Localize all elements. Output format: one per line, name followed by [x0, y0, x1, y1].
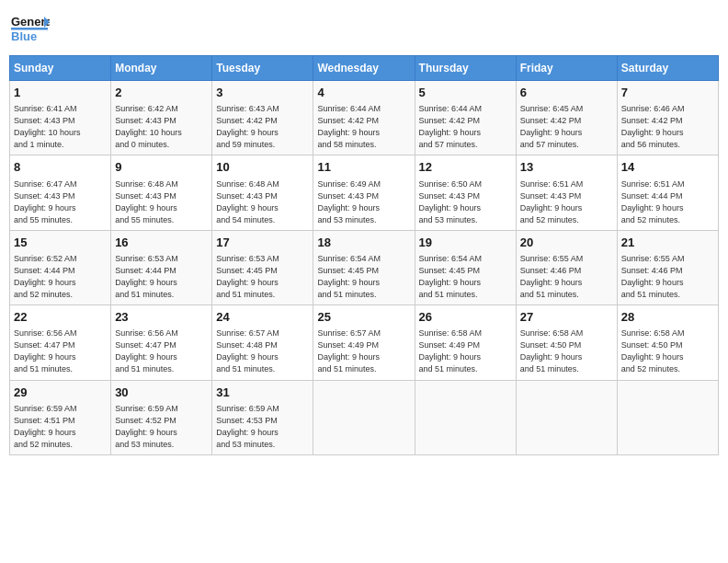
day-info: Sunrise: 6:52 AM Sunset: 4:44 PM Dayligh… — [14, 253, 107, 301]
calendar-day-cell: 6Sunrise: 6:45 AM Sunset: 4:42 PM Daylig… — [516, 81, 617, 155]
page-header: General Blue — [9, 9, 719, 50]
day-number: 6 — [520, 85, 613, 101]
day-info: Sunrise: 6:45 AM Sunset: 4:42 PM Dayligh… — [520, 103, 613, 151]
calendar-day-cell: 24Sunrise: 6:57 AM Sunset: 4:48 PM Dayli… — [212, 305, 313, 380]
day-info: Sunrise: 6:59 AM Sunset: 4:52 PM Dayligh… — [115, 403, 208, 451]
calendar-week-row: 8Sunrise: 6:47 AM Sunset: 4:43 PM Daylig… — [10, 155, 719, 230]
weekday-header: Friday — [516, 56, 617, 81]
day-info: Sunrise: 6:51 AM Sunset: 4:43 PM Dayligh… — [520, 178, 613, 226]
calendar-day-cell — [516, 380, 617, 454]
day-number: 30 — [115, 385, 208, 401]
day-number: 1 — [14, 85, 107, 101]
day-info: Sunrise: 6:48 AM Sunset: 4:43 PM Dayligh… — [216, 178, 309, 226]
day-number: 17 — [216, 235, 309, 251]
day-info: Sunrise: 6:41 AM Sunset: 4:43 PM Dayligh… — [14, 103, 107, 151]
day-info: Sunrise: 6:57 AM Sunset: 4:49 PM Dayligh… — [317, 327, 410, 375]
day-number: 31 — [216, 385, 309, 401]
weekday-header: Monday — [111, 56, 212, 81]
day-info: Sunrise: 6:56 AM Sunset: 4:47 PM Dayligh… — [14, 327, 107, 375]
day-info: Sunrise: 6:58 AM Sunset: 4:49 PM Dayligh… — [419, 327, 512, 375]
day-number: 4 — [317, 85, 410, 101]
day-number: 12 — [419, 159, 512, 176]
day-number: 24 — [216, 309, 309, 326]
day-info: Sunrise: 6:49 AM Sunset: 4:43 PM Dayligh… — [317, 178, 410, 226]
calendar-day-cell: 8Sunrise: 6:47 AM Sunset: 4:43 PM Daylig… — [10, 155, 111, 230]
calendar-week-row: 22Sunrise: 6:56 AM Sunset: 4:47 PM Dayli… — [10, 305, 719, 380]
svg-text:Blue: Blue — [11, 29, 37, 43]
day-number: 10 — [216, 159, 309, 176]
day-number: 29 — [14, 385, 107, 401]
calendar-day-cell: 12Sunrise: 6:50 AM Sunset: 4:43 PM Dayli… — [415, 155, 516, 230]
calendar-week-row: 1Sunrise: 6:41 AM Sunset: 4:43 PM Daylig… — [10, 81, 719, 155]
calendar-day-cell: 31Sunrise: 6:59 AM Sunset: 4:53 PM Dayli… — [212, 380, 313, 454]
day-info: Sunrise: 6:59 AM Sunset: 4:51 PM Dayligh… — [14, 403, 107, 451]
day-info: Sunrise: 6:48 AM Sunset: 4:43 PM Dayligh… — [115, 178, 208, 226]
calendar-day-cell: 30Sunrise: 6:59 AM Sunset: 4:52 PM Dayli… — [111, 380, 212, 454]
day-number: 16 — [115, 235, 208, 251]
calendar-day-cell: 14Sunrise: 6:51 AM Sunset: 4:44 PM Dayli… — [617, 155, 718, 230]
day-number: 11 — [317, 159, 410, 176]
weekday-header: Tuesday — [212, 56, 313, 81]
day-number: 2 — [115, 85, 208, 101]
day-info: Sunrise: 6:58 AM Sunset: 4:50 PM Dayligh… — [520, 327, 613, 375]
day-info: Sunrise: 6:53 AM Sunset: 4:45 PM Dayligh… — [216, 253, 309, 301]
day-info: Sunrise: 6:54 AM Sunset: 4:45 PM Dayligh… — [419, 253, 512, 301]
day-number: 5 — [419, 85, 512, 101]
logo-icon: General Blue — [9, 9, 50, 50]
day-number: 14 — [621, 159, 714, 176]
day-info: Sunrise: 6:43 AM Sunset: 4:42 PM Dayligh… — [216, 103, 309, 151]
day-info: Sunrise: 6:51 AM Sunset: 4:44 PM Dayligh… — [621, 178, 714, 226]
calendar-day-cell: 11Sunrise: 6:49 AM Sunset: 4:43 PM Dayli… — [313, 155, 415, 230]
weekday-header: Sunday — [10, 56, 111, 81]
calendar-day-cell: 9Sunrise: 6:48 AM Sunset: 4:43 PM Daylig… — [111, 155, 212, 230]
day-number: 28 — [621, 309, 714, 326]
calendar-day-cell: 19Sunrise: 6:54 AM Sunset: 4:45 PM Dayli… — [415, 230, 516, 304]
calendar-day-cell: 17Sunrise: 6:53 AM Sunset: 4:45 PM Dayli… — [212, 230, 313, 304]
day-number: 18 — [317, 235, 410, 251]
calendar-day-cell: 20Sunrise: 6:55 AM Sunset: 4:46 PM Dayli… — [516, 230, 617, 304]
calendar-day-cell: 18Sunrise: 6:54 AM Sunset: 4:45 PM Dayli… — [313, 230, 415, 304]
calendar-day-cell: 29Sunrise: 6:59 AM Sunset: 4:51 PM Dayli… — [10, 380, 111, 454]
calendar-day-cell: 13Sunrise: 6:51 AM Sunset: 4:43 PM Dayli… — [516, 155, 617, 230]
calendar-day-cell: 23Sunrise: 6:56 AM Sunset: 4:47 PM Dayli… — [111, 305, 212, 380]
day-info: Sunrise: 6:44 AM Sunset: 4:42 PM Dayligh… — [419, 103, 512, 151]
calendar-day-cell: 1Sunrise: 6:41 AM Sunset: 4:43 PM Daylig… — [10, 81, 111, 155]
calendar-day-cell: 2Sunrise: 6:42 AM Sunset: 4:43 PM Daylig… — [111, 81, 212, 155]
calendar-day-cell: 21Sunrise: 6:55 AM Sunset: 4:46 PM Dayli… — [617, 230, 718, 304]
day-number: 19 — [419, 235, 512, 251]
weekday-header: Saturday — [617, 56, 718, 81]
calendar-day-cell: 3Sunrise: 6:43 AM Sunset: 4:42 PM Daylig… — [212, 81, 313, 155]
logo: General Blue — [9, 9, 50, 50]
calendar-day-cell: 5Sunrise: 6:44 AM Sunset: 4:42 PM Daylig… — [415, 81, 516, 155]
calendar-header-row: SundayMondayTuesdayWednesdayThursdayFrid… — [10, 56, 719, 81]
day-number: 9 — [115, 159, 208, 176]
weekday-header: Wednesday — [313, 56, 415, 81]
day-info: Sunrise: 6:57 AM Sunset: 4:48 PM Dayligh… — [216, 327, 309, 375]
day-info: Sunrise: 6:44 AM Sunset: 4:42 PM Dayligh… — [317, 103, 410, 151]
svg-text:General: General — [11, 15, 50, 29]
calendar-day-cell: 10Sunrise: 6:48 AM Sunset: 4:43 PM Dayli… — [212, 155, 313, 230]
day-info: Sunrise: 6:55 AM Sunset: 4:46 PM Dayligh… — [621, 253, 714, 301]
day-info: Sunrise: 6:47 AM Sunset: 4:43 PM Dayligh… — [14, 178, 107, 226]
calendar-day-cell: 26Sunrise: 6:58 AM Sunset: 4:49 PM Dayli… — [415, 305, 516, 380]
day-number: 8 — [14, 159, 107, 176]
calendar-day-cell — [415, 380, 516, 454]
day-number: 25 — [317, 309, 410, 326]
day-number: 20 — [520, 235, 613, 251]
calendar-day-cell: 15Sunrise: 6:52 AM Sunset: 4:44 PM Dayli… — [10, 230, 111, 304]
calendar-day-cell: 7Sunrise: 6:46 AM Sunset: 4:42 PM Daylig… — [617, 81, 718, 155]
weekday-header: Thursday — [415, 56, 516, 81]
day-number: 27 — [520, 309, 613, 326]
day-info: Sunrise: 6:59 AM Sunset: 4:53 PM Dayligh… — [216, 403, 309, 451]
day-info: Sunrise: 6:56 AM Sunset: 4:47 PM Dayligh… — [115, 327, 208, 375]
day-number: 23 — [115, 309, 208, 326]
day-info: Sunrise: 6:54 AM Sunset: 4:45 PM Dayligh… — [317, 253, 410, 301]
day-number: 22 — [14, 309, 107, 326]
calendar-week-row: 29Sunrise: 6:59 AM Sunset: 4:51 PM Dayli… — [10, 380, 719, 454]
day-info: Sunrise: 6:58 AM Sunset: 4:50 PM Dayligh… — [621, 327, 714, 375]
calendar-day-cell: 22Sunrise: 6:56 AM Sunset: 4:47 PM Dayli… — [10, 305, 111, 380]
calendar-day-cell — [313, 380, 415, 454]
day-info: Sunrise: 6:46 AM Sunset: 4:42 PM Dayligh… — [621, 103, 714, 151]
calendar-table: SundayMondayTuesdayWednesdayThursdayFrid… — [9, 55, 719, 455]
day-number: 21 — [621, 235, 714, 251]
